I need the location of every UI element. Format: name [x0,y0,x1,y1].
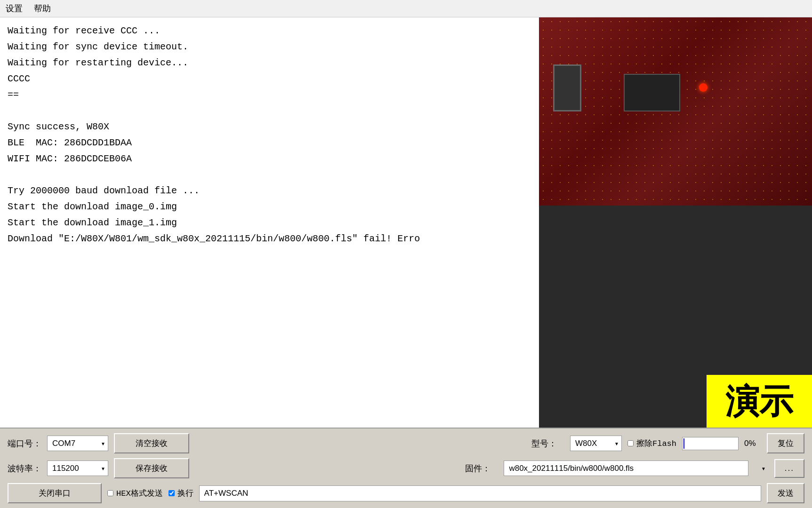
model-select[interactable]: W80X [570,436,622,451]
send-text-input[interactable] [199,485,761,501]
control-row-2: 波特率： 115200 保存接收 固件： w80x_20211115/bin/w… [8,458,804,478]
app-window: 设置 帮助 Waiting for receive CCC ... Waitin… [0,0,812,508]
pcb-usb-connector [553,64,581,111]
baud-select[interactable]: 115200 [47,460,108,476]
newline-label: 换行 [177,488,193,499]
baud-select-wrapper: 115200 [47,460,108,476]
main-area: Waiting for receive CCC ... Waiting for … [0,17,812,428]
hex-format-checkbox[interactable] [107,490,113,496]
board-image [539,17,812,206]
menu-bar: 设置 帮助 [0,0,812,17]
newline-checkbox[interactable] [169,490,175,496]
menu-help[interactable]: 帮助 [34,3,51,14]
newline-wrap: 换行 [169,488,193,499]
close-port-button[interactable]: 关闭串口 [8,483,102,503]
pcb-grid [539,17,812,206]
right-panel: 演示 [539,17,812,428]
send-button[interactable]: 发送 [767,483,804,503]
hex-format-label: HEX格式发送 [116,488,163,499]
menu-settings[interactable]: 设置 [6,3,23,14]
control-row-1: 端口号： COM7 清空接收 型号： W80X 擦除Flash [8,433,804,453]
log-panel: Waiting for receive CCC ... Waiting for … [0,17,539,428]
port-select-wrapper: COM7 [47,436,108,451]
pcb-led [699,83,707,92]
browse-button[interactable]: ... [774,459,804,478]
progress-bar [682,437,739,450]
erase-flash-label: 擦除Flash [636,438,676,449]
port-label: 端口号： [8,438,41,449]
clear-recv-button[interactable]: 清空接收 [114,433,189,453]
progress-percent: 0% [744,439,761,448]
bottom-panel: 端口号： COM7 清空接收 型号： W80X 擦除Flash [0,428,812,508]
baud-label: 波特率： [8,463,41,474]
save-recv-button[interactable]: 保存接收 [114,458,189,478]
log-text: Waiting for receive CCC ... Waiting for … [8,23,531,247]
demo-badge: 演示 [707,375,812,428]
progress-cursor [683,438,684,449]
port-select[interactable]: COM7 [47,436,108,451]
firmware-select[interactable]: w80x_20211115/bin/w800/w800.fls [504,460,748,476]
pcb-main-chip [624,74,680,111]
model-label: 型号： [531,438,564,449]
erase-flash-wrap: 擦除Flash [627,438,676,449]
hex-format-wrap: HEX格式发送 [107,488,163,499]
firmware-label: 固件： [465,463,498,474]
reset-button[interactable]: 复位 [767,433,804,453]
firmware-select-wrapper: w80x_20211115/bin/w800/w800.fls [504,460,768,476]
pcb-background [539,17,812,206]
model-select-wrapper: W80X [570,436,622,451]
control-row-3: 关闭串口 HEX格式发送 换行 发送 [8,483,804,503]
erase-flash-checkbox[interactable] [627,440,634,446]
